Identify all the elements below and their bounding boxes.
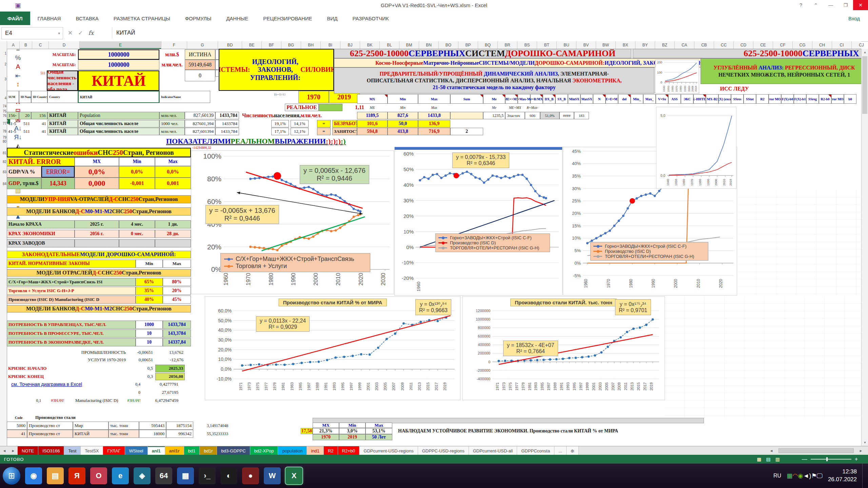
scroll-up-icon[interactable]: ▲	[862, 49, 868, 56]
scale-unit[interactable]: млн.чел.	[159, 60, 185, 70]
sheet-tab[interactable]: ind1	[307, 446, 324, 455]
row-header[interactable]: 80	[0, 140, 7, 143]
excel-icon[interactable]: X	[285, 467, 302, 484]
cell[interactable]: 511	[19, 120, 31, 127]
cell[interactable]: 1433,784	[215, 128, 239, 135]
clock[interactable]: 12:38 26.07.2022	[828, 468, 857, 484]
cell[interactable]: 2	[450, 128, 483, 135]
cell[interactable]: КИТАЙ	[47, 128, 78, 135]
mx-cell[interactable]: 101,6	[357, 120, 388, 127]
recorder-icon[interactable]: ●	[242, 467, 259, 484]
sparkline-chart[interactable]: 2001000194019501960197019801990200020082…	[655, 60, 699, 94]
cell[interactable]: 1433,784	[215, 112, 239, 119]
sheet-tab[interactable]: TestSX	[81, 446, 103, 455]
stat-column-header[interactable]: SSreg	[806, 94, 819, 104]
column-header[interactable]: BP	[458, 41, 478, 49]
gdp-mx[interactable]: 0,000	[75, 178, 119, 189]
error-value[interactable]: #ЗНАЧ!	[126, 397, 142, 404]
chart-industry-isic[interactable]: 60%50%40%30%20%10%0%-10%-20%1960 y = 0,0…	[394, 147, 563, 296]
cell[interactable]: 27,67195	[142, 389, 180, 396]
column-header[interactable]: CB	[694, 41, 714, 49]
select-all-corner[interactable]	[0, 41, 7, 49]
bottom-vmin[interactable]: 3,0%	[339, 428, 366, 434]
help-button[interactable]: ?	[793, 0, 808, 10]
real-green-cell[interactable]	[319, 104, 342, 111]
column-header[interactable]: CH	[812, 41, 832, 49]
max-cell[interactable]: 1433,8	[418, 112, 450, 119]
chart-legend[interactable]: С/Х+Гор+Маш+ЖКХ+Строй+ТранспСвязьТорговл…	[220, 253, 370, 272]
column-header[interactable]: E	[80, 41, 161, 49]
stat-column-header[interactable]: МЕ=>МХ	[505, 94, 518, 104]
stat-column-header[interactable]: F(X)-b1	[794, 94, 806, 104]
stat-column-header[interactable]: R2	[756, 94, 769, 104]
row-header[interactable]: 81	[0, 151, 7, 155]
sheet-tab[interactable]: bd2-XPop	[250, 446, 278, 455]
stat-column-header[interactable]: b0	[844, 94, 856, 104]
stat-column-header[interactable]: ЭКС	[681, 94, 693, 104]
sheet-tab[interactable]: ⊕	[567, 446, 579, 455]
stat-column-header[interactable]: Sum	[450, 94, 483, 104]
bottom-col-max[interactable]: Max	[366, 423, 392, 428]
cancel-icon[interactable]: ✕	[68, 29, 73, 37]
column-header[interactable]: BF	[262, 41, 281, 49]
formula-input[interactable]: КИТАЙ	[112, 27, 861, 39]
normat-label[interactable]: КИТАЙ. НОРМАТИВНЫЕ ЗАКОНЫ	[7, 260, 136, 268]
language-indicator[interactable]: RU	[773, 473, 781, 479]
column-header[interactable]: BR	[498, 41, 517, 49]
cell[interactable]: 41	[31, 120, 47, 127]
cell[interactable]: Общая численность населе	[78, 128, 159, 135]
model-bank2-banner[interactable]: МОДЕЛИ БАНКОВ Д-С М0-М1-М2 СНС 250 Стран…	[7, 305, 191, 312]
column-header[interactable]: BX	[616, 41, 635, 49]
error-col-min[interactable]: Min	[119, 157, 155, 166]
value-cell[interactable]: 0	[185, 70, 215, 81]
tab-scroll-left-icon[interactable]: ◄	[0, 446, 9, 455]
sheet-tab[interactable]: ISO3166	[38, 446, 64, 455]
tab-scroll-right-icon[interactable]: ►	[9, 446, 18, 455]
cell[interactable]: млн.чел.	[159, 128, 185, 135]
column-header[interactable]: BJ	[340, 41, 360, 49]
column-header[interactable]: BY	[635, 41, 655, 49]
console-icon[interactable]: ›_	[199, 467, 216, 484]
country-name-cell[interactable]: КИТАЙ	[78, 70, 159, 91]
indicator-note[interactable]: Численность населения, млн.чел.	[241, 112, 357, 119]
cell[interactable]: 51,0%	[540, 112, 559, 119]
cell[interactable]: 0,1	[32, 397, 45, 404]
cell[interactable]: 606	[525, 112, 540, 119]
word-icon[interactable]: W	[264, 467, 281, 484]
ribbon-tab[interactable]: ВСТАВКА	[68, 12, 106, 25]
min-cell[interactable]: 413,8	[388, 128, 418, 135]
sheet-tab[interactable]: NOTE	[18, 446, 38, 455]
row-header[interactable]: 4	[0, 96, 7, 100]
ribbon-tab[interactable]: ДАННЫЕ	[219, 12, 256, 25]
cell[interactable]: 511	[19, 128, 31, 135]
hscroll-left-icon[interactable]: ◄	[767, 449, 776, 453]
cell[interactable]: 827,601394	[185, 128, 215, 135]
cell[interactable]: КИТАЙ	[47, 120, 78, 127]
network-icon[interactable]: 🖵	[817, 472, 823, 479]
stat-column-header[interactable]: MinSX	[568, 94, 580, 104]
cell[interactable]: 156	[31, 112, 47, 119]
servers-banner-2[interactable]: 625-2500-10000 СЕРВЕРНЫХ С	[633, 49, 868, 58]
chart-legend[interactable]: Горно+ЗАВОДЫ+ЖКХ+Строй (ISIC C-F)Произво…	[590, 242, 708, 261]
scale-unit[interactable]: млн.$	[159, 49, 185, 60]
ribbon-tab[interactable]: ВИД	[320, 12, 345, 25]
chart-legend[interactable]: Горно+ЗАВОДЫ+ЖКХ+Строй (ISIC C-F)Произво…	[435, 233, 550, 252]
column-header[interactable]: BN	[419, 41, 439, 49]
min-cell[interactable]: 50,0	[388, 120, 418, 127]
zoom-slider[interactable]	[811, 459, 851, 460]
stat-column-header[interactable]: F(X) (excel)	[718, 94, 731, 104]
column-header[interactable]: CI	[832, 41, 852, 49]
zoom-in-icon[interactable]: +	[855, 456, 858, 462]
mx-cell[interactable]: 1189,5	[357, 112, 388, 119]
cell[interactable]: ####	[559, 112, 574, 119]
column-header[interactable]: D	[49, 41, 80, 49]
calculator-icon[interactable]: ▦	[177, 467, 194, 484]
stat-column-header[interactable]: Max	[418, 94, 450, 104]
font-paint-icon[interactable]: A	[14, 62, 22, 71]
column-header[interactable]: BT	[537, 41, 557, 49]
equation-box[interactable]: y = 18532x - 4E+07 R² = 0,7664	[503, 341, 558, 356]
stat-column-header[interactable]: Min_	[631, 94, 643, 104]
stat-column-header[interactable]: V=Sx	[656, 94, 668, 104]
cell[interactable]: 41-5	[7, 128, 19, 135]
zakon-banner[interactable]: ЗАКОНОДАТЕЛЬНЫЕ МОДЕЛИ ДОРОШКО-САМАРИНОЙ…	[7, 251, 191, 258]
